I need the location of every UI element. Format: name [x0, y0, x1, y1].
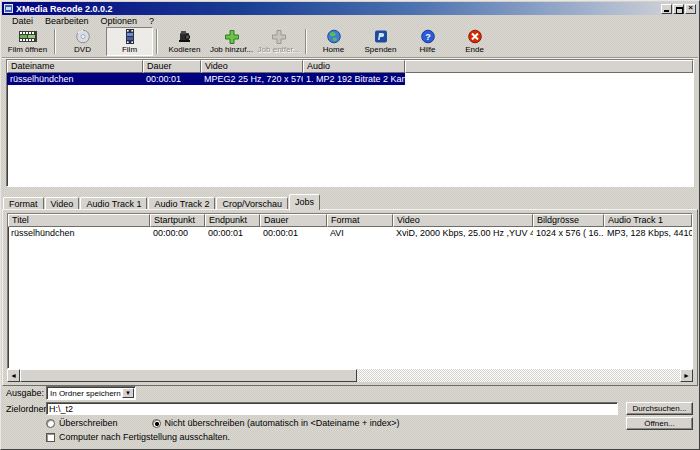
- radio-ueberschreiben[interactable]: [46, 419, 55, 428]
- toolbar-separator: [54, 29, 56, 54]
- radio-ueberschreiben-label: Überschreiben: [59, 418, 118, 428]
- encode-button[interactable]: Kodieren: [161, 27, 208, 56]
- chevron-down-icon[interactable]: ▼: [122, 388, 134, 398]
- open-button[interactable]: Öffnen...: [626, 417, 693, 430]
- encode-icon: [175, 29, 195, 44]
- dvd-button[interactable]: DVD: [59, 27, 106, 56]
- exit-icon: [465, 29, 485, 44]
- file-list-header: Dateiname Dauer Video Audio: [7, 60, 693, 73]
- film-open-icon: [18, 29, 38, 44]
- radio-nicht-ueberschreiben[interactable]: [152, 419, 161, 428]
- tab-strip: Format Video Audio Track 1 Audio Track 2…: [3, 194, 321, 210]
- column-header-filler: [405, 60, 693, 73]
- minimize-button[interactable]: [661, 4, 672, 14]
- home-button[interactable]: Home: [310, 27, 357, 56]
- close-button[interactable]: [685, 4, 696, 14]
- column-header-dauer[interactable]: Dauer: [143, 60, 201, 73]
- donate-icon: [371, 29, 391, 44]
- checkbox-shutdown-label: Computer nach Fertigstellung ausschalten…: [59, 432, 230, 442]
- file-list: Dateiname Dauer Video Audio rüsselhündch…: [6, 59, 694, 187]
- tab-page: [2, 209, 698, 386]
- column-header-video[interactable]: Video: [201, 60, 303, 73]
- menu-bearbeiten[interactable]: Bearbeiten: [39, 16, 95, 26]
- zielordner-label: Zielordner:: [6, 404, 49, 414]
- job-add-button[interactable]: Job hinzuf...: [208, 27, 255, 56]
- donate-button[interactable]: Spenden: [357, 27, 404, 56]
- ausgabe-label: Ausgabe:: [6, 388, 44, 398]
- ausgabe-selected-value: In Ordner speichern: [47, 389, 121, 398]
- window-title: XMedia Recode 2.0.0.2: [16, 4, 113, 14]
- toolbar-separator: [305, 29, 307, 54]
- cell-video: MPEG2 25 Hz, 720 x 576: [201, 73, 303, 85]
- zielordner-input[interactable]: [46, 402, 618, 415]
- menu-hilfe[interactable]: ?: [143, 16, 160, 26]
- job-add-icon: [222, 29, 242, 44]
- app-window: XMedia Recode 2.0.0.2 Datei Bearbeiten O…: [0, 0, 700, 450]
- app-icon: [4, 4, 13, 13]
- job-remove-button: Job entfer...: [255, 27, 302, 56]
- menu-bar: Datei Bearbeiten Optionen ?: [2, 15, 698, 26]
- open-film-button[interactable]: Film öffnen: [4, 27, 51, 56]
- help-button[interactable]: ? Hilfe: [404, 27, 451, 56]
- film-button[interactable]: Film: [106, 27, 153, 56]
- toolbar: Film öffnen DVD Film Kodieren Job hinzuf…: [2, 26, 698, 58]
- svg-text:?: ?: [425, 32, 431, 42]
- cell-filler: [405, 73, 693, 85]
- column-header-audio[interactable]: Audio: [303, 60, 405, 73]
- cell-audio: 1. MP2 192 Bitrate 2 Kanal: [303, 73, 405, 85]
- tab-jobs[interactable]: Jobs: [289, 194, 320, 210]
- home-globe-icon: [324, 29, 344, 44]
- cell-dauer: 00:00:01: [143, 73, 201, 85]
- menu-optionen[interactable]: Optionen: [95, 16, 144, 26]
- dvd-icon: [73, 29, 93, 44]
- menu-datei[interactable]: Datei: [6, 16, 39, 26]
- maximize-button[interactable]: [673, 4, 684, 14]
- browse-button[interactable]: Durchsuchen...: [626, 402, 693, 415]
- window-controls: [661, 4, 698, 14]
- cell-dateiname: rüsselhündchen: [7, 73, 143, 85]
- job-remove-icon: [269, 29, 289, 44]
- column-header-dateiname[interactable]: Dateiname: [7, 60, 143, 73]
- toolbar-separator: [156, 29, 158, 54]
- file-list-row-selected[interactable]: rüsselhündchen 00:00:01 MPEG2 25 Hz, 720…: [7, 73, 693, 85]
- title-bar[interactable]: XMedia Recode 2.0.0.2: [2, 2, 698, 15]
- ausgabe-select[interactable]: In Ordner speichern ▼: [46, 386, 136, 400]
- exit-button[interactable]: Ende: [451, 27, 498, 56]
- checkbox-shutdown[interactable]: [46, 433, 55, 442]
- radio-nicht-ueberschreiben-label: Nicht überschreiben (automatisch in <Dat…: [165, 418, 400, 428]
- film-icon: [120, 29, 140, 44]
- help-icon: ?: [418, 29, 438, 44]
